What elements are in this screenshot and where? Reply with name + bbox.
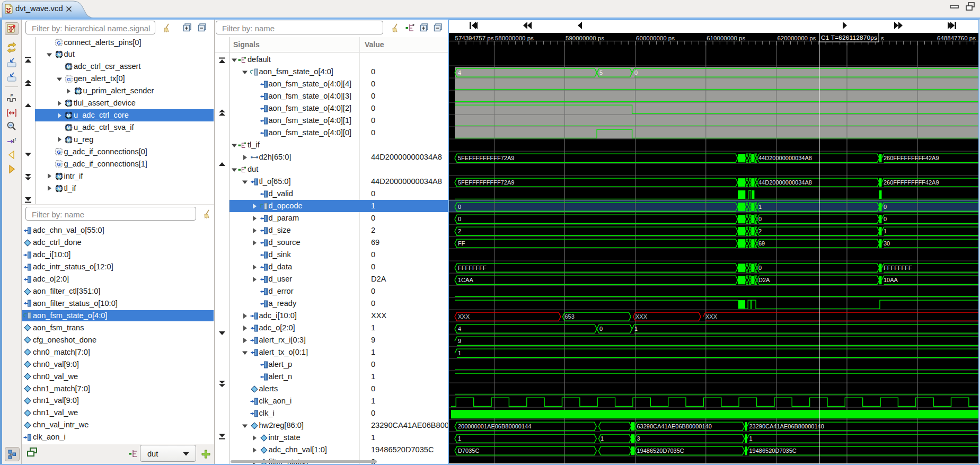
svg-text:574394757 ps: 574394757 ps — [455, 35, 494, 41]
svg-text:5: 5 — [599, 69, 603, 76]
svg-text:0: 0 — [599, 326, 603, 332]
svg-text:1CAA: 1CAA — [458, 277, 473, 283]
svg-text:XXX: XXX — [705, 313, 718, 320]
svg-text:0: 0 — [884, 204, 887, 210]
svg-text:653: 653 — [565, 313, 575, 320]
svg-text:1: 1 — [634, 326, 638, 332]
svg-text:0: 0 — [758, 216, 762, 222]
svg-text:610000000 ps: 610000000 ps — [707, 35, 745, 41]
svg-text:0: 0 — [758, 265, 762, 271]
svg-text:FFFFFFFF: FFFFFFFF — [884, 265, 912, 271]
svg-text:260FFFFFFFFF42A9: 260FFFFFFFFF42A9 — [884, 179, 939, 186]
svg-text:260FFFFFFFFF42A9: 260FFFFFFFFF42A9 — [884, 155, 939, 161]
svg-text:9: 9 — [458, 338, 461, 344]
svg-text:620000000 ps: 620000000 ps — [777, 35, 816, 41]
svg-text:63290CA41AE06B80000140: 63290CA41AE06B80000140 — [637, 423, 712, 429]
svg-text:200000001AE06B80000144: 200000001AE06B80000144 — [458, 423, 531, 429]
svg-text:44D20000000034A8: 44D20000000034A8 — [758, 155, 812, 161]
svg-text:C1 T=626112870ps: C1 T=626112870ps — [821, 34, 877, 41]
svg-text:3: 3 — [637, 435, 640, 442]
svg-text:2: 2 — [458, 228, 461, 234]
svg-text:23290CA41AE06B80000140: 23290CA41AE06B80000140 — [749, 423, 824, 429]
svg-text:1: 1 — [749, 435, 753, 442]
svg-text:4: 4 — [458, 326, 461, 332]
svg-text:600000000 ps: 600000000 ps — [636, 35, 675, 41]
svg-text:10AA: 10AA — [884, 277, 898, 283]
svg-text:1: 1 — [458, 350, 461, 356]
svg-text:30: 30 — [884, 240, 890, 247]
svg-text:2: 2 — [758, 228, 762, 234]
svg-text:19486520D7035C: 19486520D7035C — [637, 448, 684, 454]
svg-text:s: s — [881, 35, 884, 41]
svg-text:0: 0 — [884, 216, 887, 222]
svg-text:590000000 ps: 590000000 ps — [566, 35, 604, 41]
svg-text:0: 0 — [458, 204, 461, 210]
svg-text:19486520D7035C: 19486520D7035C — [749, 448, 797, 454]
svg-text:1: 1 — [601, 435, 604, 442]
svg-text:1: 1 — [758, 204, 762, 210]
svg-text:5FEFFFFFFFFF72A9: 5FEFFFFFFFFF72A9 — [458, 155, 514, 161]
svg-text:648847760 ps: 648847760 ps — [937, 35, 976, 41]
svg-text:4: 4 — [458, 69, 461, 76]
svg-text:D2A: D2A — [758, 277, 770, 283]
svg-text:1: 1 — [458, 435, 461, 442]
svg-text:69: 69 — [758, 240, 765, 247]
svg-text:0: 0 — [634, 69, 638, 76]
svg-text:5FEFFFFFFFFF72A9: 5FEFFFFFFFFF72A9 — [458, 179, 514, 186]
svg-text:FF: FF — [458, 240, 465, 247]
svg-text:D7035C: D7035C — [458, 448, 479, 454]
svg-text:580000000 ps: 580000000 ps — [495, 35, 534, 41]
svg-text:FFFFFFFF: FFFFFFFF — [458, 265, 487, 271]
svg-text:44D20000000034A8: 44D20000000034A8 — [758, 179, 812, 186]
svg-text:XXX: XXX — [458, 313, 470, 320]
svg-text:XXX: XXX — [635, 313, 648, 320]
svg-text:0: 0 — [458, 216, 461, 222]
svg-text:1: 1 — [884, 228, 887, 234]
